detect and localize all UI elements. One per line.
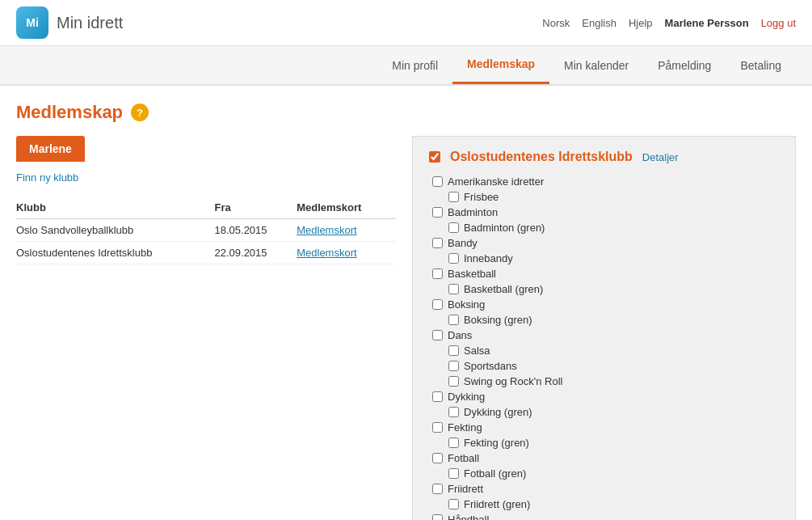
user-tab[interactable]: Marlene bbox=[16, 136, 85, 162]
sport-item: Fotball (gren) bbox=[429, 466, 779, 481]
sport-checkbox[interactable] bbox=[448, 192, 459, 202]
left-panel: Marlene Finn ny klubb Klubb Fra Medlemsk… bbox=[16, 136, 396, 520]
cell-klubb: Oslostudentenes Idrettsklubb bbox=[16, 242, 215, 264]
sport-item: Dykking (gren) bbox=[429, 404, 779, 420]
nav-min-kalender[interactable]: Min kalender bbox=[549, 48, 643, 83]
sport-item: Boksing bbox=[429, 297, 779, 312]
top-bar: Mi Min idrett Norsk English Hjelp Marlen… bbox=[0, 0, 812, 46]
sport-label: Innebandy bbox=[464, 252, 513, 264]
sport-label: Fekting (gren) bbox=[464, 437, 529, 449]
sport-checkbox[interactable] bbox=[432, 484, 443, 494]
sport-label: Dykking bbox=[448, 391, 485, 403]
kort-link[interactable]: Medlemskort bbox=[297, 224, 356, 236]
nav-betaling[interactable]: Betaling bbox=[726, 48, 796, 83]
sport-label: Swing og Rock'n Roll bbox=[464, 375, 562, 387]
cell-kort: Medlemskort bbox=[297, 219, 396, 242]
sport-item: Badminton (gren) bbox=[429, 220, 779, 235]
page-title: Medlemskap bbox=[16, 102, 123, 123]
kort-link[interactable]: Medlemskort bbox=[297, 247, 356, 259]
sport-label: Dykking (gren) bbox=[464, 406, 532, 418]
finn-ny-klubb-link[interactable]: Finn ny klubb bbox=[16, 171, 78, 184]
sport-checkbox[interactable] bbox=[432, 299, 443, 310]
cell-fra: 18.05.2015 bbox=[215, 219, 297, 242]
sport-checkbox[interactable] bbox=[448, 361, 459, 371]
sport-checkbox[interactable] bbox=[448, 376, 459, 387]
sport-label: Badminton (gren) bbox=[464, 222, 545, 234]
sport-checkbox[interactable] bbox=[448, 315, 459, 325]
help-link[interactable]: Hjelp bbox=[629, 17, 653, 29]
sport-item: Friidrett (gren) bbox=[429, 497, 779, 512]
sport-checkbox[interactable] bbox=[448, 253, 459, 264]
sport-checkbox[interactable] bbox=[448, 284, 459, 294]
page-title-area: Medlemskap ? bbox=[16, 102, 796, 123]
sport-label: Håndball bbox=[448, 514, 489, 520]
norsk-link[interactable]: Norsk bbox=[542, 17, 570, 29]
logo-icon: Mi bbox=[16, 6, 48, 39]
sport-item: Friidrett bbox=[429, 481, 779, 497]
sport-label: Bandy bbox=[448, 237, 478, 249]
sport-item: Frisbee bbox=[429, 189, 779, 205]
sport-item: Sportsdans bbox=[429, 358, 779, 374]
sport-label: Dans bbox=[448, 329, 472, 341]
sport-item: Bandy bbox=[429, 235, 779, 251]
sport-label: Friidrett bbox=[448, 483, 483, 495]
table-row: Oslostudentenes Idrettsklubb 22.09.2015 … bbox=[16, 242, 396, 264]
logo-text: Min idrett bbox=[57, 14, 123, 32]
sport-checkbox[interactable] bbox=[432, 268, 443, 279]
page-content: Medlemskap ? Marlene Finn ny klubb Klubb… bbox=[0, 86, 812, 520]
sport-list: Amerikanske idretterFrisbeeBadmintonBadm… bbox=[429, 174, 779, 520]
main-nav: Min profil Medlemskap Min kalender Påmel… bbox=[0, 46, 812, 86]
nav-pamelding[interactable]: Påmelding bbox=[643, 48, 726, 83]
sport-item: Håndball bbox=[429, 512, 779, 520]
sport-checkbox[interactable] bbox=[432, 207, 443, 218]
sport-label: Fotball (gren) bbox=[464, 467, 526, 480]
sport-item: Fekting (gren) bbox=[429, 435, 779, 450]
sport-label: Badminton bbox=[448, 206, 498, 218]
col-fra: Fra bbox=[215, 197, 297, 219]
sport-item: Basketball (gren) bbox=[429, 281, 779, 297]
cell-kort: Medlemskort bbox=[297, 242, 396, 264]
sport-label: Boksing bbox=[448, 298, 485, 311]
nav-medlemskap[interactable]: Medlemskap bbox=[452, 46, 549, 84]
sport-label: Frisbee bbox=[464, 191, 499, 203]
sport-item: Boksing (gren) bbox=[429, 312, 779, 328]
table-row: Oslo Sandvolleyballklubb 18.05.2015 Medl… bbox=[16, 219, 396, 242]
top-right-nav: Norsk English Hjelp Marlene Persson Logg… bbox=[542, 17, 796, 29]
sport-checkbox[interactable] bbox=[432, 176, 443, 187]
sport-label: Basketball (gren) bbox=[464, 283, 543, 295]
membership-table: Klubb Fra Medlemskort Oslo Sandvolleybal… bbox=[16, 197, 396, 264]
sport-checkbox[interactable] bbox=[432, 238, 443, 248]
club-main-checkbox[interactable] bbox=[429, 151, 440, 163]
finn-ny-klubb: Finn ny klubb bbox=[16, 171, 396, 184]
sport-checkbox[interactable] bbox=[448, 345, 459, 356]
sport-checkbox[interactable] bbox=[432, 330, 443, 340]
help-icon[interactable]: ? bbox=[131, 104, 149, 121]
col-medlemskort: Medlemskort bbox=[297, 197, 396, 219]
sport-label: Boksing (gren) bbox=[464, 314, 532, 326]
sport-checkbox[interactable] bbox=[432, 422, 443, 433]
sport-item: Dykking bbox=[429, 389, 779, 404]
main-layout: Marlene Finn ny klubb Klubb Fra Medlemsk… bbox=[16, 136, 796, 520]
english-link[interactable]: English bbox=[582, 17, 616, 29]
sport-checkbox[interactable] bbox=[448, 468, 459, 479]
nav-min-profil[interactable]: Min profil bbox=[377, 48, 452, 83]
sport-label: Amerikanske idretter bbox=[448, 175, 544, 188]
logout-link[interactable]: Logg ut bbox=[761, 17, 796, 29]
sport-checkbox[interactable] bbox=[432, 514, 443, 520]
sport-label: Fotball bbox=[448, 452, 479, 464]
sport-checkbox[interactable] bbox=[448, 222, 459, 233]
username-label: Marlene Persson bbox=[665, 17, 749, 29]
sport-label: Salsa bbox=[464, 345, 490, 357]
sport-item: Innebandy bbox=[429, 251, 779, 266]
detaljer-link[interactable]: Detaljer bbox=[642, 151, 679, 163]
sport-checkbox[interactable] bbox=[448, 438, 459, 448]
sport-label: Fekting bbox=[448, 421, 482, 433]
sport-label: Friidrett (gren) bbox=[464, 498, 530, 510]
sport-label: Sportsdans bbox=[464, 360, 517, 372]
sport-checkbox[interactable] bbox=[432, 391, 443, 402]
sport-item: Amerikanske idretter bbox=[429, 174, 779, 189]
sport-checkbox[interactable] bbox=[432, 453, 443, 463]
sport-checkbox[interactable] bbox=[448, 407, 459, 417]
sport-checkbox[interactable] bbox=[448, 499, 459, 509]
sport-item: Fotball bbox=[429, 450, 779, 466]
